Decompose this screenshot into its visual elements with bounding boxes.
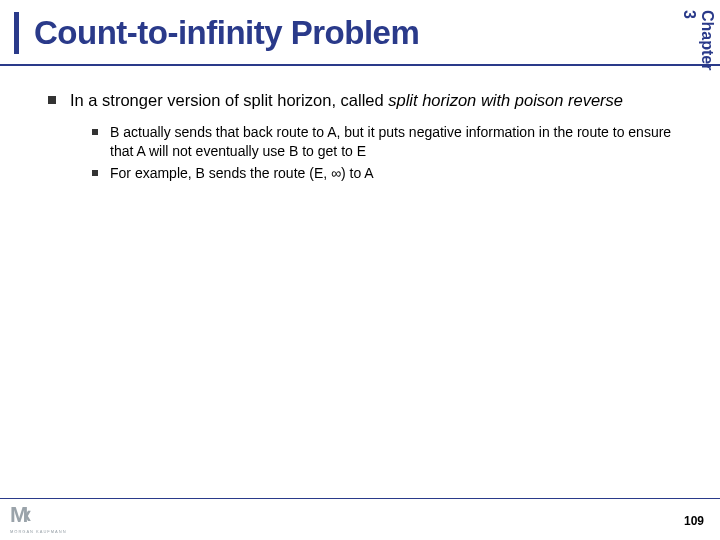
- bullet-prefix: In a stronger version of split horizon, …: [70, 91, 388, 109]
- header-accent-bar: [14, 12, 19, 54]
- square-bullet-icon: [92, 129, 98, 135]
- sub-bullet-text: B actually sends that back route to A, b…: [110, 123, 680, 159]
- square-bullet-icon: [48, 96, 56, 104]
- bullet-level2: B actually sends that back route to A, b…: [92, 123, 680, 159]
- chapter-label: Chapter 3: [692, 10, 716, 70]
- slide-footer: M‹ MORGAN KAUFMANN 109: [0, 498, 720, 536]
- bullet-italic: split horizon with poison reverse: [388, 91, 623, 109]
- bullet-level1: In a stronger version of split horizon, …: [48, 90, 680, 111]
- slide-title: Count-to-infinity Problem: [34, 14, 419, 52]
- logo-subtext: MORGAN KAUFMANN: [10, 529, 67, 534]
- bullet-level2: For example, B sends the route (E, ∞) to…: [92, 164, 680, 182]
- square-bullet-icon: [92, 170, 98, 176]
- publisher-logo: M‹ MORGAN KAUFMANN: [10, 502, 67, 534]
- logo-chevron-icon: ‹: [24, 499, 31, 530]
- sub-bullet-list: B actually sends that back route to A, b…: [48, 121, 680, 182]
- logo-mark: M‹: [10, 502, 67, 528]
- page-number: 109: [684, 514, 704, 528]
- bullet-text: In a stronger version of split horizon, …: [70, 90, 623, 111]
- sub-bullet-text: For example, B sends the route (E, ∞) to…: [110, 164, 374, 182]
- slide-content: In a stronger version of split horizon, …: [0, 66, 720, 182]
- slide-header: Count-to-infinity Problem Chapter 3: [0, 0, 720, 66]
